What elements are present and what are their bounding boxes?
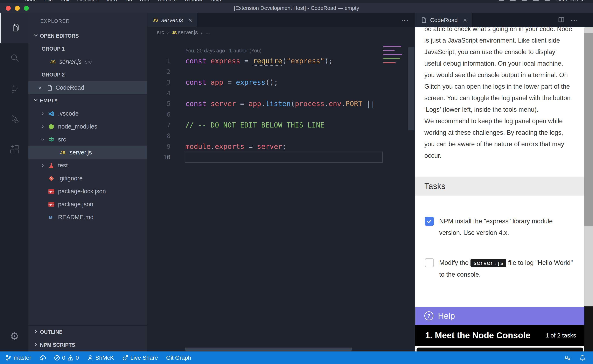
close-icon[interactable]: × [37,84,44,91]
next-lesson-bar[interactable] [417,348,583,351]
code-line[interactable]: 1const express = require("express"); [147,56,415,66]
settings-button[interactable]: ⚙ [0,321,28,351]
more-actions-icon[interactable]: ⋯ [401,16,409,25]
status-icon[interactable] [533,0,539,1]
code-token: = [244,142,257,150]
code-token: = [240,57,253,65]
menu-item[interactable]: Help [210,0,221,2]
scrollbar-thumb[interactable] [584,33,593,226]
open-editor-item[interactable]: JSserver.jssrc [28,55,147,68]
task-checkbox[interactable] [425,217,434,226]
menu-item[interactable]: Go [125,0,132,2]
tree-item--gitignore[interactable]: .gitignore [28,172,147,185]
tabbar-spacer [198,13,401,27]
feedback-status[interactable] [564,355,570,361]
breadcrumb-item[interactable]: JS server.js [172,29,198,36]
coderoad-user-status[interactable]: ShMcK [87,355,114,361]
tree-item-src[interactable]: src [28,133,147,146]
status-icon[interactable] [499,0,504,1]
code-line[interactable]: 2 [147,66,415,77]
line-number: 5 [147,100,171,107]
status-icon[interactable] [545,0,550,1]
close-icon[interactable]: × [463,16,467,24]
editor-horizontal-scrollbar[interactable] [185,348,352,351]
tree-item-label: test [58,162,68,169]
tree-item-node-modules[interactable]: node_modules [28,120,147,133]
activity-item-source-control[interactable] [0,74,28,104]
section-header-npm-scripts[interactable]: NPM SCRIPTS [28,338,147,351]
code-line[interactable]: 6 [147,109,415,120]
code-line[interactable]: 5const server = app.listen(process.env.P… [147,98,415,109]
menu-item[interactable]: Terminal [157,0,176,2]
activity-item-run-debug[interactable] [0,104,28,135]
open-editor-item[interactable]: ×CodeRoad [28,81,147,94]
menu-item[interactable]: File [45,0,53,2]
lesson-footer[interactable]: 1. Meet the Node Console 1 of 2 tasks [415,325,584,346]
close-window-button[interactable] [6,6,11,11]
code-line[interactable]: 10 [147,152,415,162]
tree-item--vscode[interactable]: .vscode [28,107,147,120]
chevron-right-icon[interactable] [40,163,46,168]
help-bar[interactable]: ? Help [415,307,584,325]
section-header-outline[interactable]: OUTLINE [28,325,147,338]
breadcrumb-item[interactable]: src [157,29,164,36]
feedback-icon [564,355,570,361]
live-share-status[interactable]: Live Share [122,355,158,361]
scrollbar-track[interactable] [584,27,593,306]
menu-item[interactable]: Run [140,0,149,2]
menubar-clock[interactable]: Sat 6:45 PM [556,0,585,2]
tree-item-readme-md[interactable]: M↓README.md [28,211,147,224]
open-editors-header[interactable]: OPEN EDITORS [28,29,147,42]
menu-item[interactable]: Edit [60,0,69,2]
notifications-status[interactable] [580,355,586,361]
tree-item-server-js[interactable]: JSserver.js [28,146,147,159]
chevron-right-icon[interactable] [40,124,46,129]
code-line[interactable]: 7// -- DO NOT EDIT BELOW THIS LINE [147,120,415,130]
close-icon[interactable]: × [188,16,192,24]
code-line[interactable]: 3const app = express(); [147,77,415,88]
tree-item-package-json[interactable]: npmpackage.json [28,198,147,211]
code-line[interactable]: 4 [147,88,415,98]
activity-item-extensions[interactable] [0,135,28,165]
sync-status[interactable] [40,355,46,361]
sidebar-spacer [28,224,147,325]
tab-server-js[interactable]: JS server.js × [147,13,198,27]
lesson-paragraph: We recommend to keep the log panel open … [415,115,584,162]
chevron-right-icon[interactable] [40,111,46,116]
menu-item[interactable]: Selection [77,0,98,2]
editor-vertical-scrollbar[interactable] [408,47,414,130]
git-graph-status[interactable]: Git Graph [166,355,191,361]
codelens[interactable]: You, 20 days ago | 1 author (You) [185,46,415,56]
git-branch-status[interactable]: master [5,355,31,361]
menu-item[interactable]: Window [184,0,203,2]
coderoad-webview: be able to check what’s going on in your… [415,27,584,351]
npm-icon: npm [48,201,54,208]
tree-item-label: .gitignore [58,175,83,182]
status-icon[interactable] [522,0,527,1]
minimize-window-button[interactable] [15,6,20,11]
code-line[interactable]: 8 [147,130,415,141]
activity-item-search[interactable] [0,43,28,74]
split-editor-icon[interactable] [558,16,565,24]
traffic-lights [6,6,29,11]
maximize-window-button[interactable] [24,6,29,11]
tree-item-package-lock-json[interactable]: npmpackage-lock.json [28,185,147,198]
tab-coderoad[interactable]: CodeRoad × [415,13,473,27]
workspace-header[interactable]: EMPTY [28,94,147,107]
code-token: . [261,99,265,108]
chevron-down-icon[interactable] [40,137,46,142]
menubar-status: Sat 6:45 PM [499,0,585,2]
task-checkbox[interactable] [425,258,434,267]
status-icon[interactable] [510,0,516,1]
problems-status[interactable]: 0 0 [54,355,79,361]
tree-item-test[interactable]: test [28,159,147,172]
cloud-upload-icon [40,355,46,361]
activity-item-explorer[interactable] [0,13,28,43]
more-actions-icon[interactable]: ⋯ [570,16,579,25]
code-line[interactable]: 9module.exports = server; [147,141,415,152]
menu-item[interactable]: View [106,0,117,2]
menu-item[interactable]: Code [24,0,37,2]
minimap[interactable] [383,46,403,66]
breadcrumb-item[interactable]: ... [206,29,210,36]
code-editor[interactable]: You, 20 days ago | 1 author (You) 1const… [147,37,415,351]
